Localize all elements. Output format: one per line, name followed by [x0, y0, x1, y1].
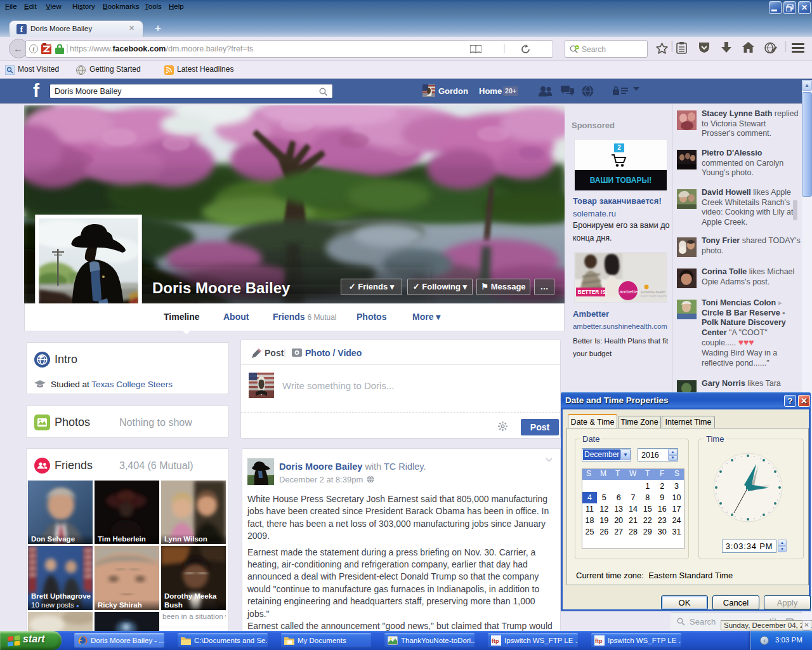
svg-text:better health together: better health together: [641, 295, 667, 298]
svg-text:ftp: ftp: [492, 638, 499, 644]
svg-text:ambetter: ambetter: [620, 289, 640, 295]
svg-text:sunshine health: sunshine health: [641, 290, 665, 294]
svg-text:BETTER IS:: BETTER IS:: [578, 289, 608, 295]
svg-text:ftp: ftp: [595, 638, 603, 644]
